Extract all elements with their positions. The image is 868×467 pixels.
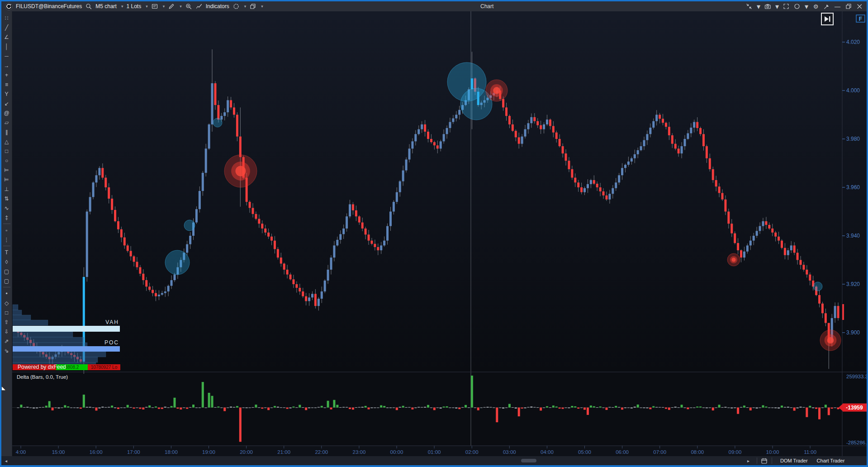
chart-canvas[interactable]: VAHPOC5707118.83808.210780927 LoPowered … — [12, 11, 867, 456]
arrow-icon[interactable]: → — [2, 61, 12, 70]
caret-down-icon[interactable]: ▾ — [163, 4, 165, 9]
square-marker-icon[interactable]: □ — [2, 308, 12, 317]
gear-icon[interactable]: ⚙ — [812, 3, 819, 10]
svg-text:21:00: 21:00 — [277, 449, 290, 455]
angle-icon[interactable]: ∠ — [2, 32, 12, 42]
svg-text:05:00: 05:00 — [578, 449, 591, 455]
search-icon[interactable] — [85, 3, 92, 10]
timeframe-select[interactable]: M5 chart — [95, 3, 117, 10]
profile-left-icon[interactable]: ⊨ — [2, 165, 12, 175]
toolbar-divider — [3, 246, 10, 246]
svg-text:23:00: 23:00 — [353, 449, 366, 455]
svg-text:11:00: 11:00 — [804, 449, 816, 455]
dom-trader-tab[interactable]: DOM Trader — [776, 458, 812, 463]
pencil-icon[interactable] — [168, 3, 175, 10]
parallel-lines-icon[interactable]: ∥ — [2, 127, 12, 137]
text-tool-icon[interactable]: T — [2, 248, 12, 257]
shrink-icon[interactable] — [746, 3, 753, 10]
svg-text:3808.2: 3808.2 — [65, 365, 79, 370]
drag-handle-icon[interactable]: ∷ — [2, 13, 12, 23]
minimize-icon[interactable]: — — [834, 3, 841, 10]
indicators-button[interactable]: Indicators — [206, 3, 229, 10]
go-to-end-button[interactable] — [821, 13, 833, 25]
zoom-in-icon[interactable] — [185, 3, 192, 10]
svg-text:4:00: 4:00 — [16, 449, 26, 455]
restore-icon[interactable] — [845, 3, 852, 10]
quote-board-icon[interactable] — [151, 3, 158, 10]
titlebar: FILUSDT@BinanceFuturesM5 chart▾1 Lots▾▾▾… — [1, 1, 867, 11]
dot-marker-icon[interactable]: • — [2, 289, 12, 298]
callout-icon[interactable]: ▢ — [2, 267, 12, 276]
poc-label: POC — [104, 339, 119, 346]
svg-text:4.020: 4.020 — [846, 39, 860, 45]
triangle-icon[interactable]: △ — [2, 137, 12, 146]
close-icon[interactable] — [856, 3, 863, 10]
chart-area[interactable]: VAHPOC5707118.83808.210780927 LoPowered … — [12, 11, 867, 456]
scrollbar-thumb[interactable] — [521, 459, 536, 462]
caret-down-icon[interactable]: ▾ — [146, 4, 148, 9]
caret-down-icon[interactable]: ▾ — [180, 4, 182, 9]
profile-right-icon[interactable]: ⊨ — [2, 175, 12, 184]
divider — [757, 457, 757, 464]
time-axis[interactable]: 4:0015:0016:0017:0018:0019:0020:0021:002… — [16, 446, 816, 455]
select-rect-icon[interactable]: ▫ — [2, 225, 12, 235]
arrow-up-icon[interactable]: ⇧ — [2, 317, 12, 327]
caret-down-icon[interactable]: ▾ — [121, 4, 123, 9]
chart-trader-tab[interactable]: Chart Trader — [812, 458, 849, 463]
histogram-icon[interactable]: ⊥ — [2, 184, 12, 194]
search-area-icon[interactable]: @ — [2, 108, 12, 118]
ellipse-icon[interactable]: ○ — [2, 156, 12, 165]
zigzag-icon[interactable]: ∿ — [2, 203, 12, 213]
svg-text:19:00: 19:00 — [202, 449, 215, 455]
arrows-updown-icon[interactable]: ⇅ — [2, 194, 12, 203]
symbol-label[interactable]: FILUSDT@BinanceFutures — [16, 3, 82, 10]
svg-text:10:00: 10:00 — [766, 449, 779, 455]
caret-down-icon[interactable]: ▾ — [244, 4, 247, 9]
expand-icon[interactable] — [783, 3, 790, 10]
app-window: FILUSDT@BinanceFuturesM5 chart▾1 Lots▾▾▾… — [0, 0, 868, 467]
main-pane-background — [12, 11, 867, 372]
caret-down-icon[interactable]: ▾ — [775, 2, 779, 11]
lots-select[interactable]: 1 Lots — [126, 3, 141, 10]
horizontal-line-icon[interactable]: ─ — [2, 51, 12, 61]
tag-icon[interactable]: ◊ — [2, 257, 12, 267]
scroll-right-button[interactable]: ▸ — [747, 458, 749, 463]
trend-line-icon[interactable]: ╱ — [2, 23, 12, 32]
layers-icon[interactable] — [249, 3, 256, 10]
camera-icon[interactable] — [764, 3, 771, 10]
diamond-marker-icon[interactable]: ◇ — [2, 298, 12, 308]
pin-icon[interactable] — [823, 3, 830, 10]
caret-down-icon[interactable]: ▾ — [261, 4, 263, 9]
trend-down-icon[interactable]: ⇘ — [2, 346, 12, 355]
arrow-down-icon[interactable]: ⇩ — [2, 327, 12, 336]
cross-icon[interactable]: + — [2, 70, 12, 80]
caret-down-icon[interactable]: ▾ — [805, 2, 808, 11]
line-chart-icon[interactable] — [195, 3, 203, 10]
svg-text:16:00: 16:00 — [90, 449, 103, 455]
trend-arrow-icon[interactable]: ↙ — [2, 99, 12, 108]
crosshair-circle-icon[interactable] — [232, 3, 240, 10]
svg-text:10780927 Lo: 10780927 Lo — [91, 365, 118, 370]
vertical-line-icon[interactable]: │ — [2, 42, 12, 51]
calendar-icon[interactable] — [761, 457, 768, 464]
pitchfork-icon[interactable]: Y — [2, 89, 12, 99]
spread-icon[interactable]: ‡ — [2, 213, 12, 222]
delta-indicator-label[interactable]: Delta (Bars, 0.0, True) — [17, 374, 68, 380]
ruler-icon[interactable]: ▱ — [2, 118, 12, 127]
svg-text:01:00: 01:00 — [428, 449, 441, 455]
svg-text:F: F — [859, 16, 862, 22]
caret-down-icon[interactable]: ▾ — [757, 2, 760, 11]
last-price-marker — [842, 304, 844, 320]
powered-by-label: Powered by dxFeed — [18, 364, 66, 370]
rectangle-icon[interactable]: □ — [2, 146, 12, 156]
delta-axis-max: 259933.3 — [846, 374, 867, 379]
select-column-icon[interactable]: ⋮ — [2, 235, 12, 244]
svg-text:04:00: 04:00 — [541, 449, 554, 455]
callout2-icon[interactable]: ▢ — [2, 276, 12, 286]
buy-bubble-marker — [813, 282, 822, 291]
trend-up-icon[interactable]: ⇗ — [2, 336, 12, 346]
scroll-left-button[interactable]: ◂ — [5, 458, 7, 463]
fib-levels-icon[interactable]: ≡ — [2, 80, 12, 89]
circle-tool-icon[interactable] — [794, 3, 801, 10]
scrollbar-track[interactable] — [10, 456, 747, 465]
